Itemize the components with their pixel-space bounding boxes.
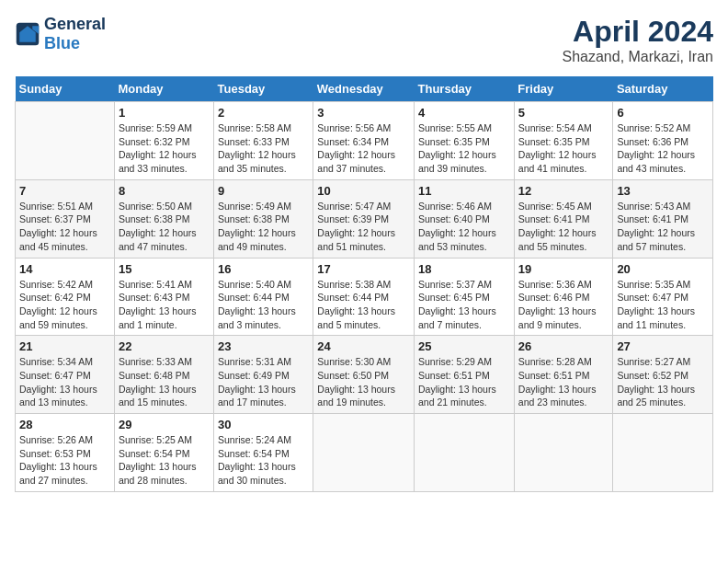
calendar-cell: 7Sunrise: 5:51 AM Sunset: 6:37 PM Daylig… [16,179,115,258]
day-number: 28 [19,418,110,431]
day-number: 21 [19,339,110,353]
weekday-header-thursday: Thursday [415,76,515,102]
calendar-cell: 23Sunrise: 5:31 AM Sunset: 6:49 PM Dayli… [214,336,313,414]
day-number: 18 [418,262,510,276]
day-number: 26 [518,339,609,353]
day-info: Sunrise: 5:33 AM Sunset: 6:48 PM Dayligh… [119,355,210,409]
calendar-table: SundayMondayTuesdayWednesdayThursdayFrid… [15,76,713,492]
calendar-cell: 21Sunrise: 5:34 AM Sunset: 6:47 PM Dayli… [16,336,115,414]
calendar-cell [16,102,115,180]
day-number: 14 [19,262,110,276]
day-info: Sunrise: 5:29 AM Sunset: 6:51 PM Dayligh… [418,355,510,409]
day-number: 12 [518,184,609,198]
logo: General Blue [15,15,106,53]
day-number: 2 [218,106,309,120]
day-number: 1 [119,106,210,120]
day-info: Sunrise: 5:49 AM Sunset: 6:38 PM Dayligh… [218,200,309,254]
calendar-cell: 19Sunrise: 5:36 AM Sunset: 6:46 PM Dayli… [514,258,613,336]
calendar-week-row: 1Sunrise: 5:59 AM Sunset: 6:32 PM Daylig… [16,102,713,180]
calendar-cell [514,414,613,492]
calendar-cell: 16Sunrise: 5:40 AM Sunset: 6:44 PM Dayli… [214,258,313,336]
calendar-cell: 3Sunrise: 5:56 AM Sunset: 6:34 PM Daylig… [313,102,415,180]
day-number: 22 [119,339,210,353]
day-info: Sunrise: 5:54 AM Sunset: 6:35 PM Dayligh… [518,121,609,176]
calendar-cell: 12Sunrise: 5:45 AM Sunset: 6:41 PM Dayli… [514,179,613,258]
calendar-cell: 28Sunrise: 5:26 AM Sunset: 6:53 PM Dayli… [16,414,115,492]
day-info: Sunrise: 5:31 AM Sunset: 6:49 PM Dayligh… [218,355,309,409]
day-info: Sunrise: 5:52 AM Sunset: 6:36 PM Dayligh… [617,121,709,176]
day-info: Sunrise: 5:47 AM Sunset: 6:39 PM Dayligh… [317,200,410,254]
day-info: Sunrise: 5:36 AM Sunset: 6:46 PM Dayligh… [518,278,609,332]
day-number: 10 [317,184,410,198]
page-subtitle: Shazand, Markazi, Iran [562,49,713,65]
calendar-week-row: 14Sunrise: 5:42 AM Sunset: 6:42 PM Dayli… [16,258,713,336]
calendar-cell [415,414,515,492]
calendar-week-row: 7Sunrise: 5:51 AM Sunset: 6:37 PM Daylig… [16,179,713,258]
day-number: 23 [218,339,309,353]
calendar-cell: 9Sunrise: 5:49 AM Sunset: 6:38 PM Daylig… [214,179,313,258]
calendar-cell: 2Sunrise: 5:58 AM Sunset: 6:33 PM Daylig… [214,102,313,180]
day-info: Sunrise: 5:45 AM Sunset: 6:41 PM Dayligh… [518,200,609,254]
calendar-cell: 29Sunrise: 5:25 AM Sunset: 6:54 PM Dayli… [114,414,213,492]
day-info: Sunrise: 5:40 AM Sunset: 6:44 PM Dayligh… [218,278,309,332]
calendar-cell: 17Sunrise: 5:38 AM Sunset: 6:44 PM Dayli… [313,258,415,336]
day-info: Sunrise: 5:51 AM Sunset: 6:37 PM Dayligh… [19,200,110,254]
day-number: 29 [119,418,210,431]
day-info: Sunrise: 5:37 AM Sunset: 6:45 PM Dayligh… [418,278,510,332]
logo-text-blue: Blue [44,34,80,52]
day-info: Sunrise: 5:38 AM Sunset: 6:44 PM Dayligh… [317,278,410,332]
page-header: General Blue April 2024 Shazand, Markazi… [15,15,713,65]
weekday-header-saturday: Saturday [613,76,713,102]
calendar-cell: 14Sunrise: 5:42 AM Sunset: 6:42 PM Dayli… [16,258,115,336]
page-title: April 2024 [562,15,713,49]
weekday-header-monday: Monday [114,76,213,102]
calendar-cell: 30Sunrise: 5:24 AM Sunset: 6:54 PM Dayli… [214,414,313,492]
day-info: Sunrise: 5:46 AM Sunset: 6:40 PM Dayligh… [418,200,510,254]
day-number: 16 [218,262,309,276]
day-number: 13 [617,184,709,198]
day-number: 24 [317,339,410,353]
calendar-cell: 18Sunrise: 5:37 AM Sunset: 6:45 PM Dayli… [415,258,515,336]
day-info: Sunrise: 5:59 AM Sunset: 6:32 PM Dayligh… [119,121,210,176]
weekday-header-wednesday: Wednesday [313,76,415,102]
calendar-cell: 20Sunrise: 5:35 AM Sunset: 6:47 PM Dayli… [613,258,713,336]
calendar-header-row: SundayMondayTuesdayWednesdayThursdayFrid… [16,76,713,102]
calendar-cell: 8Sunrise: 5:50 AM Sunset: 6:38 PM Daylig… [114,179,213,258]
day-number: 7 [19,184,110,198]
calendar-cell: 24Sunrise: 5:30 AM Sunset: 6:50 PM Dayli… [313,336,415,414]
day-number: 5 [518,106,609,120]
calendar-cell: 11Sunrise: 5:46 AM Sunset: 6:40 PM Dayli… [415,179,515,258]
day-info: Sunrise: 5:34 AM Sunset: 6:47 PM Dayligh… [19,355,110,409]
calendar-cell: 1Sunrise: 5:59 AM Sunset: 6:32 PM Daylig… [114,102,213,180]
calendar-cell: 25Sunrise: 5:29 AM Sunset: 6:51 PM Dayli… [415,336,515,414]
day-info: Sunrise: 5:26 AM Sunset: 6:53 PM Dayligh… [19,433,110,488]
day-info: Sunrise: 5:50 AM Sunset: 6:38 PM Dayligh… [119,200,210,254]
day-number: 17 [317,262,410,276]
day-number: 9 [218,184,309,198]
calendar-cell [613,414,713,492]
day-number: 8 [119,184,210,198]
calendar-cell: 26Sunrise: 5:28 AM Sunset: 6:51 PM Dayli… [514,336,613,414]
day-number: 15 [119,262,210,276]
day-number: 25 [418,339,510,353]
day-info: Sunrise: 5:30 AM Sunset: 6:50 PM Dayligh… [317,355,410,409]
calendar-cell: 22Sunrise: 5:33 AM Sunset: 6:48 PM Dayli… [114,336,213,414]
calendar-week-row: 21Sunrise: 5:34 AM Sunset: 6:47 PM Dayli… [16,336,713,414]
calendar-cell: 10Sunrise: 5:47 AM Sunset: 6:39 PM Dayli… [313,179,415,258]
day-info: Sunrise: 5:43 AM Sunset: 6:41 PM Dayligh… [617,200,709,254]
logo-icon [15,21,40,47]
day-info: Sunrise: 5:25 AM Sunset: 6:54 PM Dayligh… [119,433,210,488]
calendar-week-row: 28Sunrise: 5:26 AM Sunset: 6:53 PM Dayli… [16,414,713,492]
day-info: Sunrise: 5:41 AM Sunset: 6:43 PM Dayligh… [119,278,210,332]
day-info: Sunrise: 5:42 AM Sunset: 6:42 PM Dayligh… [19,278,110,332]
day-number: 20 [617,262,709,276]
logo-text-general: General [44,15,106,33]
calendar-cell: 15Sunrise: 5:41 AM Sunset: 6:43 PM Dayli… [114,258,213,336]
day-info: Sunrise: 5:28 AM Sunset: 6:51 PM Dayligh… [518,355,609,409]
weekday-header-tuesday: Tuesday [214,76,313,102]
calendar-cell [313,414,415,492]
day-info: Sunrise: 5:35 AM Sunset: 6:47 PM Dayligh… [617,278,709,332]
day-number: 27 [617,339,709,353]
day-number: 4 [418,106,510,120]
day-info: Sunrise: 5:58 AM Sunset: 6:33 PM Dayligh… [218,121,309,176]
